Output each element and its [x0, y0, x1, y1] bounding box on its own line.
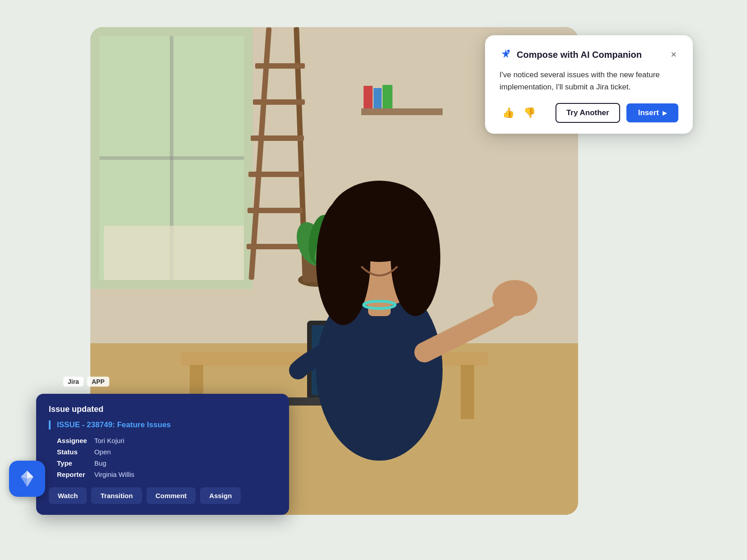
comment-button[interactable]: Comment [146, 487, 196, 504]
svg-rect-21 [361, 108, 443, 115]
jira-logo [9, 461, 45, 497]
assignee-label: Assignee [57, 437, 87, 444]
cursor-icon: ▸ [663, 108, 667, 118]
svg-point-37 [360, 244, 371, 253]
reporter-value: Virginia Willis [94, 471, 276, 478]
ai-close-button[interactable]: × [669, 48, 678, 61]
svg-point-35 [316, 199, 370, 325]
svg-rect-13 [248, 172, 303, 177]
svg-point-38 [388, 244, 398, 253]
svg-rect-24 [383, 85, 392, 108]
type-value: Bug [94, 459, 276, 467]
try-another-button[interactable]: Try Another [556, 103, 620, 123]
ai-star-icon [500, 48, 512, 61]
thumbs-down-button[interactable]: 👎 [521, 105, 538, 121]
svg-rect-27 [461, 365, 474, 419]
svg-rect-23 [374, 88, 382, 108]
type-label: Type [57, 459, 87, 467]
svg-rect-14 [247, 208, 303, 213]
ai-popup-header: Compose with AI Companion × [500, 48, 678, 61]
svg-rect-22 [364, 86, 373, 108]
thumbs-up-button[interactable]: 👍 [500, 105, 517, 121]
reporter-label: Reporter [57, 471, 87, 478]
svg-rect-7 [104, 226, 244, 280]
svg-point-41 [507, 50, 510, 52]
assign-button[interactable]: Assign [200, 487, 241, 504]
ai-popup-body: I've noticed several issues with the new… [500, 69, 678, 93]
svg-rect-12 [251, 135, 304, 141]
status-value: Open [94, 448, 276, 456]
jira-app-labels: Jira APP [63, 377, 109, 387]
app-label: APP [87, 377, 109, 387]
ai-popup-title-row: Compose with AI Companion [500, 48, 642, 61]
svg-point-40 [492, 280, 537, 316]
jira-fields: Assignee Tori Kojuri Status Open Type Bu… [49, 437, 276, 478]
jira-diamond-icon [17, 469, 37, 489]
issue-title: ISSUE - 238749: Feature Issues [49, 420, 276, 429]
svg-rect-11 [253, 99, 305, 105]
ai-companion-popup: Compose with AI Companion × I've noticed… [485, 35, 693, 134]
svg-rect-10 [255, 63, 305, 69]
watch-button[interactable]: Watch [49, 487, 87, 504]
jira-notification-card: Jira APP Issue updated ISSUE - 238749: F… [36, 394, 289, 515]
scene: Compose with AI Companion × I've noticed… [0, 0, 747, 560]
svg-point-36 [391, 199, 440, 316]
jira-actions: Watch Transition Comment Assign [49, 487, 276, 504]
ai-popup-title: Compose with AI Companion [517, 50, 642, 60]
ai-popup-actions: 👍 👎 Try Another Insert ▸ [500, 103, 678, 123]
issue-updated-label: Issue updated [49, 405, 276, 414]
ai-feedback-row: 👍 👎 [500, 105, 549, 121]
insert-button[interactable]: Insert ▸ [626, 103, 678, 122]
assignee-value: Tori Kojuri [94, 437, 276, 444]
transition-button[interactable]: Transition [91, 487, 142, 504]
jira-label: Jira [63, 377, 84, 387]
status-label: Status [57, 448, 87, 456]
svg-rect-15 [247, 244, 302, 249]
